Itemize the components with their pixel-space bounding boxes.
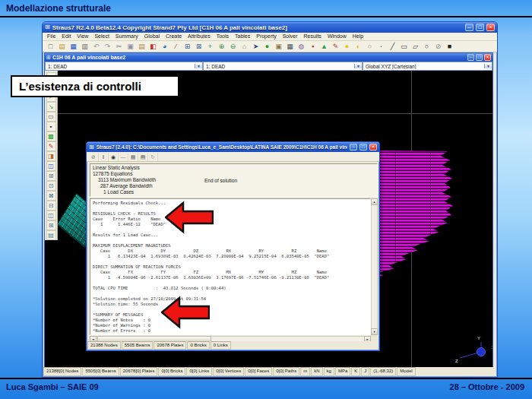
dropdown-icon[interactable]: ▼: [195, 64, 202, 68]
render-icon[interactable]: ◍: [296, 42, 307, 52]
dash-icon[interactable]: —: [119, 153, 128, 161]
attach-icon[interactable]: ⊘: [432, 42, 444, 52]
node-flag-icon[interactable]: ▪: [307, 42, 318, 52]
stop-solve-icon[interactable]: ⊘: [89, 153, 99, 161]
menu-item[interactable]: Property: [253, 33, 279, 40]
select-pointer-icon[interactable]: ➤: [250, 42, 261, 52]
menu-item[interactable]: Help: [350, 33, 366, 40]
status-segment: 5505 Beams: [122, 341, 154, 350]
solver-minimize-button[interactable]: –: [350, 144, 357, 150]
zoom-out-icon[interactable]: ⊖: [227, 42, 239, 52]
draw-line-icon[interactable]: ∕: [170, 42, 182, 52]
new-file-icon[interactable]: □: [45, 42, 56, 52]
rect-tool-icon[interactable]: ▭: [398, 42, 410, 52]
grid-d-icon[interactable]: ⊟: [46, 201, 56, 211]
app-titlebar[interactable]: ⊞ Straus7 R2.4.0 Beta12.4 Copyright Stra…: [43, 22, 497, 33]
half-plate-icon[interactable]: ◨: [46, 151, 56, 161]
open-file-icon[interactable]: ▤: [56, 42, 68, 52]
menu-item[interactable]: Create: [163, 33, 185, 40]
zoom-extents-icon[interactable]: ⌂: [239, 42, 250, 52]
print-icon[interactable]: ▥: [79, 42, 90, 52]
status-segment: 21388 Nodes: [87, 341, 121, 350]
light-half-icon[interactable]: ◐: [353, 42, 364, 52]
solver-titlebar[interactable]: ⊞ Straus7 [2.4.0]: C:\Documents and Sett…: [87, 142, 379, 152]
point-tool-icon[interactable]: ·: [375, 42, 387, 52]
grid-a-icon[interactable]: ⊞: [46, 171, 56, 181]
quad-tool-icon[interactable]: ▱: [410, 42, 421, 52]
menu-item[interactable]: Window: [325, 33, 350, 40]
edit-icon[interactable]: ✎: [46, 141, 56, 151]
menu-item[interactable]: Select: [91, 33, 112, 40]
zoom-in-icon[interactable]: ⊕: [216, 42, 227, 52]
show-plates-icon[interactable]: ◕: [159, 42, 170, 52]
grid-f-icon[interactable]: ⊞: [46, 220, 56, 230]
scroll-up-icon[interactable]: ▲: [371, 198, 378, 205]
refresh-icon[interactable]: ↻: [148, 153, 158, 161]
grid-e-icon[interactable]: ◫: [46, 211, 56, 220]
table-icon[interactable]: ▦: [128, 153, 138, 161]
status-segment: 20678 Plates: [154, 341, 186, 350]
pencil-icon[interactable]: ✎: [330, 42, 341, 52]
menu-item[interactable]: Attributes: [185, 33, 214, 40]
redo-icon[interactable]: ↷: [102, 42, 113, 52]
solver-maximize-button[interactable]: □: [359, 144, 367, 150]
pause-solve-icon[interactable]: ‖: [99, 153, 109, 161]
grid-b-icon[interactable]: ⊡: [46, 181, 56, 191]
menu-item[interactable]: Tools: [214, 33, 232, 40]
menu-item[interactable]: Global: [141, 33, 163, 40]
entity-grid-icon[interactable]: ▦: [284, 42, 296, 52]
menu-item[interactable]: Solver: [280, 33, 301, 40]
menu-item[interactable]: Summary: [112, 33, 141, 40]
model-maximize-button[interactable]: □: [476, 54, 483, 61]
circle-tool-icon[interactable]: ○: [421, 42, 432, 52]
solver-log-area[interactable]: Performing Residuals Check... RESIDUALS …: [90, 198, 371, 335]
solver-close-button[interactable]: ×: [369, 144, 377, 150]
grid-c-icon[interactable]: ⊠: [46, 191, 56, 201]
app-close-button[interactable]: ×: [486, 24, 495, 31]
cube-icon[interactable]: ▣: [273, 42, 284, 52]
menu-item[interactable]: File: [44, 33, 59, 40]
model-minimize-button[interactable]: –: [467, 54, 474, 61]
solid-fill-icon[interactable]: ■: [444, 42, 455, 52]
split-view-icon[interactable]: ◫: [46, 161, 56, 171]
undo-icon[interactable]: ↶: [90, 42, 102, 52]
mesh-icon[interactable]: ▩: [46, 131, 56, 141]
zoom-box-icon[interactable]: ⊞: [182, 42, 193, 52]
save-icon[interactable]: ▦: [68, 42, 79, 52]
record-icon[interactable]: ◉: [109, 153, 119, 161]
load-case-combo[interactable]: 1: DEAD ▼: [45, 62, 203, 71]
dropdown-icon[interactable]: ▼: [484, 64, 492, 68]
menu-item[interactable]: Tables: [232, 33, 253, 40]
print-log-icon[interactable]: ▤: [138, 153, 148, 161]
light-on-icon[interactable]: ●: [341, 42, 353, 52]
flask-icon[interactable]: ▲: [318, 42, 330, 52]
cut-icon[interactable]: ✂: [113, 42, 125, 52]
axis-y-label: Y: [477, 336, 480, 340]
show-beams-icon[interactable]: ◧: [147, 42, 159, 52]
frame-icon[interactable]: ▭: [46, 112, 56, 122]
grid-g-icon[interactable]: ▤: [46, 230, 56, 240]
model-close-button[interactable]: ×: [484, 54, 491, 61]
line-tool-icon[interactable]: ╱: [387, 42, 398, 52]
pan-icon[interactable]: +: [204, 42, 216, 52]
paste-icon[interactable]: ▤: [136, 42, 147, 52]
app-maximize-button[interactable]: □: [476, 24, 484, 31]
iso-view-icon[interactable]: ↘: [46, 102, 56, 112]
dropdown-icon[interactable]: ▼: [354, 64, 362, 68]
light-off-icon[interactable]: ○: [364, 42, 375, 52]
log-vertical-scrollbar[interactable]: ▲ ▼: [371, 198, 378, 335]
app-minimize-button[interactable]: –: [465, 24, 473, 31]
menu-item[interactable]: Results: [301, 33, 325, 40]
result-case-combo[interactable]: 1: DEAD ▼: [203, 62, 363, 71]
globe-icon[interactable]: ●: [261, 42, 273, 52]
scroll-down-icon[interactable]: ▼: [371, 328, 378, 335]
model-window-titlebar[interactable]: ⊞ C1H 06 A pali vincolati base2 – □ ×: [45, 53, 492, 62]
menu-item[interactable]: Edit: [59, 33, 74, 40]
red-arrow-icon: [165, 201, 214, 234]
copy-icon[interactable]: ▣: [125, 42, 136, 52]
zoom-out-box-icon[interactable]: ⊠: [193, 42, 204, 52]
menu-item[interactable]: View: [74, 33, 91, 40]
case-selector-row: 1: DEAD ▼ 1: DEAD ▼ Global XYZ [Cartesia…: [45, 62, 492, 71]
axes-combo[interactable]: Global XYZ [Cartesian] ▼: [363, 62, 492, 71]
node-icon[interactable]: •: [46, 122, 56, 131]
